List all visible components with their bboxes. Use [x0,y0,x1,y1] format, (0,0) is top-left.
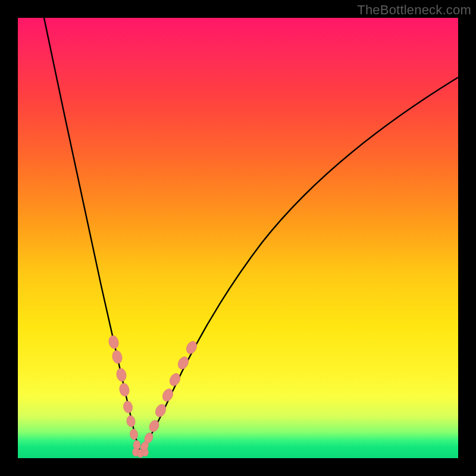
chart-frame: TheBottleneck.com [0,0,476,476]
bead-left [126,415,136,428]
bead-left [115,368,127,383]
bead-left [130,428,139,440]
plot-area [18,18,458,458]
chart-svg [18,18,458,458]
bead-right [184,340,199,356]
watermark-text: TheBottleneck.com [357,2,471,18]
bead-left [108,335,120,350]
curve-right [140,77,458,451]
bead-left [123,400,133,414]
beads-group [108,335,199,458]
bead-right [168,372,182,388]
bead-left [111,350,123,365]
bead-right [176,355,190,371]
bead-left [118,383,130,397]
